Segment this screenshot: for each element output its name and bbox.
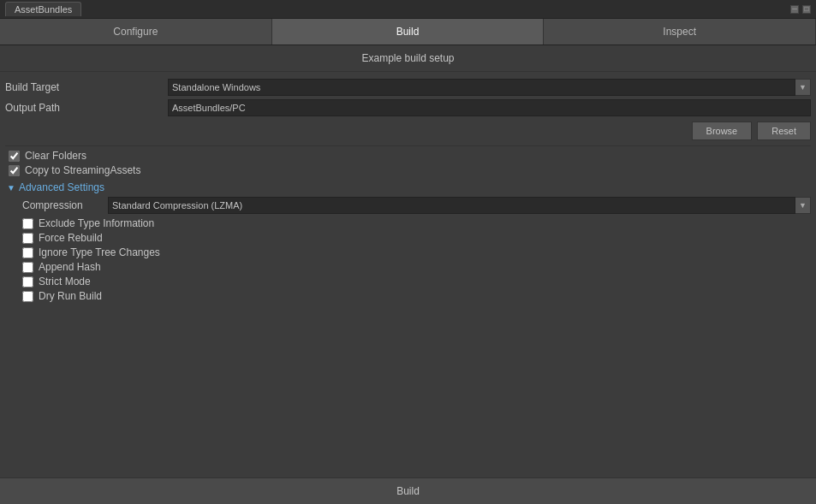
build-target-input[interactable]: [168, 79, 795, 96]
ignore-type-tree-row: Ignore Type Tree Changes: [5, 246, 811, 258]
copy-streaming-row: Copy to StreamingAssets: [5, 164, 811, 176]
tab-inspect[interactable]: Inspect: [544, 19, 816, 44]
force-rebuild-row: Force Rebuild: [5, 232, 811, 244]
output-path-input[interactable]: [168, 99, 811, 116]
title-bar: AssetBundles ─ □: [0, 0, 816, 19]
window-tab[interactable]: AssetBundles: [5, 2, 81, 16]
exclude-type-row: Exclude Type Information: [5, 217, 811, 229]
window-controls: ─ □: [790, 5, 811, 14]
advanced-settings-label: Advanced Settings: [19, 181, 104, 193]
divider-1: [5, 145, 811, 146]
reset-button[interactable]: Reset: [757, 122, 811, 140]
force-rebuild-checkbox[interactable]: [22, 233, 33, 244]
strict-mode-row: Strict Mode: [5, 276, 811, 288]
compression-label: Compression: [22, 199, 108, 211]
compression-select-wrapper: ▼: [108, 197, 811, 214]
browse-button[interactable]: Browse: [692, 122, 753, 140]
append-hash-row: Append Hash: [5, 261, 811, 273]
strict-mode-label[interactable]: Strict Mode: [39, 276, 91, 288]
clear-folders-row: Clear Folders: [5, 150, 811, 162]
build-target-dropdown-arrow[interactable]: ▼: [795, 79, 811, 96]
tab-build[interactable]: Build: [272, 19, 545, 44]
force-rebuild-label[interactable]: Force Rebuild: [39, 232, 103, 244]
buttons-row: Browse Reset: [5, 122, 811, 140]
form-area: Build Target ▼ Output Path Browse Reset …: [0, 72, 816, 311]
output-path-label: Output Path: [5, 102, 168, 114]
ignore-type-tree-checkbox[interactable]: [22, 247, 33, 258]
append-hash-checkbox[interactable]: [22, 262, 33, 273]
advanced-section: Compression ▼ Exclude Type Information F…: [5, 197, 811, 302]
minimize-button[interactable]: ─: [790, 5, 799, 14]
compression-row: Compression ▼: [5, 197, 811, 214]
window-tab-label: AssetBundles: [15, 4, 72, 15]
clear-folders-checkbox[interactable]: [9, 151, 20, 162]
build-target-select-wrapper: ▼: [168, 79, 811, 96]
strict-mode-checkbox[interactable]: [22, 276, 33, 288]
dry-run-build-label[interactable]: Dry Run Build: [39, 290, 102, 302]
maximize-button[interactable]: □: [802, 5, 811, 14]
copy-streaming-checkbox[interactable]: [9, 165, 20, 176]
tab-configure[interactable]: Configure: [0, 19, 272, 44]
exclude-type-checkbox[interactable]: [22, 218, 33, 229]
copy-streaming-label[interactable]: Copy to StreamingAssets: [25, 164, 140, 176]
compression-input[interactable]: [108, 197, 795, 214]
advanced-toggle-arrow: ▼: [7, 183, 15, 193]
clear-folders-label[interactable]: Clear Folders: [25, 150, 86, 162]
section-title: Example build setup: [0, 45, 816, 72]
dry-run-build-row: Dry Run Build: [5, 290, 811, 302]
append-hash-label[interactable]: Append Hash: [39, 261, 101, 273]
ignore-type-tree-label[interactable]: Ignore Type Tree Changes: [39, 246, 160, 258]
output-path-row: Output Path: [5, 99, 811, 116]
build-target-row: Build Target ▼: [5, 79, 811, 96]
compression-dropdown-arrow[interactable]: ▼: [795, 197, 811, 214]
advanced-settings-toggle[interactable]: ▼ Advanced Settings: [5, 181, 811, 193]
build-target-label: Build Target: [5, 81, 168, 93]
dry-run-build-checkbox[interactable]: [22, 291, 33, 302]
exclude-type-label[interactable]: Exclude Type Information: [39, 217, 154, 229]
tabs-row: Configure Build Inspect: [0, 19, 816, 45]
build-button[interactable]: Build: [0, 477, 816, 504]
